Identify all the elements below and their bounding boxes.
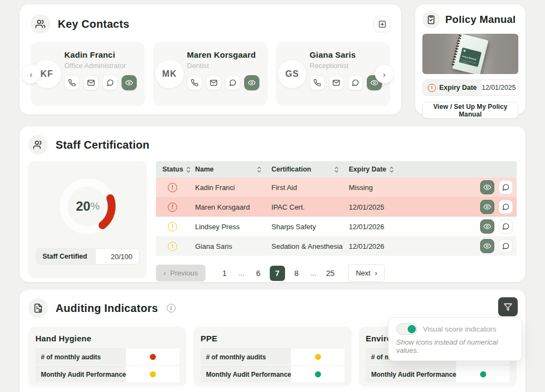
column-header-status[interactable]: Status [156, 166, 195, 173]
score-dot [480, 371, 486, 377]
contact-name: Kadin Franci [64, 50, 138, 59]
view-row-button[interactable] [480, 239, 494, 253]
page-1[interactable]: 1 [218, 267, 231, 280]
metric-value [456, 366, 510, 382]
score-dot [315, 354, 321, 360]
policy-book-image: Policy Manual Practice policies and proc… [452, 34, 488, 74]
table-header: Status Name Certification Expiry Date [156, 161, 517, 177]
carousel-prev-button[interactable]: ‹ [22, 65, 40, 83]
column-header-certification[interactable]: Certification [271, 166, 349, 173]
avatar: GS [278, 60, 306, 88]
page-8[interactable]: 8 [290, 267, 303, 280]
comment-row-button[interactable] [499, 180, 513, 194]
top-row: Key Contacts ‹ KF Kadin Franci Office Ad… [20, 4, 525, 114]
chevron-right-icon: › [375, 269, 377, 277]
chat-icon [352, 79, 359, 87]
view-row-button[interactable] [480, 200, 494, 214]
certification-summary-card: 20% Staff Certified 20/100 [28, 161, 147, 278]
phone-button[interactable] [64, 75, 80, 90]
cell-name: Giana Saris [195, 242, 271, 250]
table-row[interactable]: ! Maren Korsgaard IPAC Cert. 12/01/2025 [156, 197, 517, 217]
dashboard-page: Key Contacts ‹ KF Kadin Franci Office Ad… [0, 0, 545, 392]
contact-card: MK Maren Korsgaard Dentist [153, 42, 268, 106]
policy-manual-photo: Policy Manual Practice policies and proc… [422, 34, 518, 74]
cell-certification: IPAC Cert. [271, 203, 349, 211]
staff-certification-title: Staff Certification [56, 139, 149, 151]
chevron-left-icon: ‹ [164, 269, 166, 277]
filter-button[interactable] [498, 297, 518, 316]
eye-icon [483, 223, 491, 230]
status-warning-icon: ! [168, 242, 177, 251]
page-25[interactable]: 25 [324, 267, 337, 280]
policy-manual-title: Policy Manual [445, 14, 516, 26]
column-header-expiry-date[interactable]: Expiry Date [349, 166, 431, 173]
email-button[interactable] [206, 75, 221, 90]
status-warning-icon: ! [168, 203, 177, 212]
previous-page-button[interactable]: ‹Previous [156, 265, 205, 281]
phone-button[interactable] [187, 75, 202, 90]
carousel-next-button[interactable]: › [375, 65, 393, 83]
auditing-indicators-title: Auditing Indicators [56, 302, 158, 315]
sort-icon[interactable] [186, 166, 191, 173]
cell-certification: Sharps Safety [271, 223, 349, 231]
score-dot [150, 371, 156, 377]
chat-icon [502, 183, 510, 191]
chat-button[interactable] [102, 75, 118, 90]
visual-score-toggle[interactable] [396, 323, 417, 335]
pagination: ‹Previous 1 ... 6 7 8 ... 25 Next› [156, 264, 517, 282]
view-row-button[interactable] [480, 219, 494, 234]
book-logo-dot [463, 50, 466, 52]
email-button[interactable] [83, 75, 99, 90]
page-6[interactable]: 6 [252, 267, 265, 280]
metric-value [291, 348, 344, 365]
sort-icon[interactable] [389, 166, 394, 173]
view-contact-button[interactable] [244, 75, 259, 90]
comment-row-button[interactable] [499, 239, 513, 253]
table-row[interactable]: ! Kadin Franci First Aid Missing [156, 177, 517, 197]
auditing-indicators-panel: Auditing Indicators i Hand Hygiene # of … [20, 290, 525, 392]
email-button[interactable] [329, 75, 344, 90]
comment-row-button[interactable] [499, 200, 513, 214]
mail-icon [87, 79, 95, 87]
score-dot [150, 354, 156, 360]
donut-percent-label: 20% [58, 176, 118, 236]
info-icon[interactable]: i [167, 304, 175, 313]
view-contact-button[interactable] [122, 75, 137, 90]
cell-name: Kadin Franci [195, 183, 271, 192]
column-header-name[interactable]: Name [195, 166, 271, 173]
people-icon [31, 14, 50, 34]
sort-icon[interactable] [334, 166, 339, 173]
metric-label: Monthly Audit Performance [366, 366, 456, 382]
table-row[interactable]: ! Giana Saris Sedation & Anesthesia 12/0… [156, 236, 517, 256]
next-page-button[interactable]: Next› [348, 264, 385, 282]
avatar: MK [155, 60, 184, 88]
audit-metric-row: Monthly Audit Performance [35, 366, 179, 382]
phone-button[interactable] [310, 75, 325, 90]
certified-donut-chart: 20% [58, 176, 118, 236]
funnel-icon [504, 303, 512, 311]
status-warning-icon: ! [168, 183, 177, 192]
view-row-button[interactable] [480, 180, 494, 194]
add-contact-button[interactable] [374, 16, 390, 32]
staff-certified-label: Staff Certified [37, 249, 96, 264]
page-7-active[interactable]: 7 [270, 266, 285, 281]
table-row[interactable]: ! Lindsey Press Sharps Safety 12/01/2026 [156, 217, 517, 236]
chat-button[interactable] [225, 75, 240, 90]
audit-card: PPE # of monthly audits Monthly Audit Pe… [193, 327, 352, 387]
key-contacts-panel: Key Contacts ‹ KF Kadin Franci Office Ad… [20, 4, 401, 114]
comment-row-button[interactable] [499, 219, 513, 234]
eye-icon [483, 242, 491, 250]
metric-value [126, 348, 179, 365]
boxed-plus-icon [378, 20, 386, 28]
contact-role: Receptionist [310, 62, 384, 70]
expiry-date-field: ! Expiry Date 12/01/2025 [422, 79, 518, 96]
sort-icon[interactable] [257, 166, 262, 173]
chat-button[interactable] [348, 75, 363, 90]
metric-label: Monthly Audit Performance [35, 366, 126, 382]
toggle-knob [408, 325, 416, 333]
chat-icon [229, 79, 237, 87]
view-setup-policy-manual-button[interactable]: View / Set Up My Policy Manual [422, 102, 518, 119]
audit-card-title: PPE [201, 334, 344, 343]
mail-icon [332, 79, 340, 87]
contact-card: GS Giana Saris Receptionist [276, 42, 390, 106]
